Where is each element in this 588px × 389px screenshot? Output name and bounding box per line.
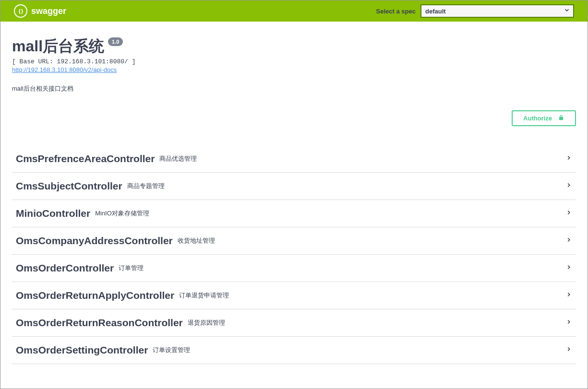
chevron-right-icon [565,264,572,272]
tag-description: 退货原因管理 [188,318,225,327]
base-url: [ Base URL: 192.168.3.101:8080/ ] [12,58,576,65]
chevron-right-icon [565,291,572,300]
tag-name: CmsPrefrenceAreaController [16,153,155,165]
swagger-brand-text: swagger [31,6,66,16]
chevron-right-icon [565,154,572,163]
swagger-logo-icon: { } [14,4,27,18]
spec-select-label: Select a spec [376,8,416,15]
tag-description: 订单退货申请管理 [179,291,229,300]
tag-description: 订单设置管理 [153,346,190,354]
topbar-brand-group: { } swagger [14,4,66,18]
lock-icon [558,114,564,122]
api-title: mall后台系统 [12,36,104,57]
spec-select[interactable]: default [420,4,574,18]
tag-row[interactable]: CmsPrefrenceAreaController商品优选管理 [12,145,576,173]
chevron-right-icon [565,318,572,327]
tag-row[interactable]: OmsOrderReturnApplyController订单退货申请管理 [12,282,576,309]
tag-description: 商品优选管理 [159,154,197,163]
authorize-button[interactable]: Authorize [512,110,576,126]
tags-list: CmsPrefrenceAreaController商品优选管理CmsSubje… [0,145,588,364]
api-description: mall后台相关接口文档 [12,84,576,93]
tag-row[interactable]: MinioControllerMinIO对象存储管理 [12,200,576,227]
page-body: mall后台系统 1.0 [ Base URL: 192.168.3.101:8… [0,22,588,383]
api-info: mall后台系统 1.0 [ Base URL: 192.168.3.101:8… [0,22,588,102]
api-docs-link[interactable]: http://192.168.3.101:8080/v2/api-docs [12,66,117,73]
chevron-right-icon [565,182,572,190]
tag-row[interactable]: OmsOrderController订单管理 [12,255,576,282]
tag-description: 收货地址管理 [178,236,215,245]
tag-name: MinioController [16,208,90,219]
chevron-right-icon [565,209,572,218]
tag-description: MinIO对象存储管理 [95,209,149,218]
spec-select-wrap: default [420,4,574,18]
tag-description: 商品专题管理 [127,182,165,190]
tag-name: OmsOrderReturnReasonController [16,317,183,329]
tag-name: OmsOrderReturnApplyController [16,290,174,301]
chevron-right-icon [565,236,572,245]
tag-row[interactable]: OmsCompanyAddressController收货地址管理 [12,227,576,255]
tag-name: OmsOrderSettingController [16,344,148,356]
tag-name: OmsOrderController [16,262,114,274]
tag-name: OmsCompanyAddressController [16,235,173,247]
topbar-right: Select a spec default [376,4,574,18]
version-badge: 1.0 [108,37,123,46]
title-row: mall后台系统 1.0 [12,36,576,57]
tag-description: 订单管理 [119,264,144,272]
topbar: { } swagger Select a spec default [0,0,588,22]
tag-row[interactable]: CmsSubjectController商品专题管理 [12,173,576,200]
tag-name: CmsSubjectController [16,180,122,192]
authorize-button-label: Authorize [523,115,552,122]
tag-row[interactable]: OmsOrderReturnReasonController退货原因管理 [12,309,576,337]
tag-row[interactable]: OmsOrderSettingController订单设置管理 [12,337,576,364]
main-scroll[interactable]: { } swagger Select a spec default mall [0,0,588,389]
auth-row: Authorize [0,102,588,132]
chevron-right-icon [565,346,572,354]
